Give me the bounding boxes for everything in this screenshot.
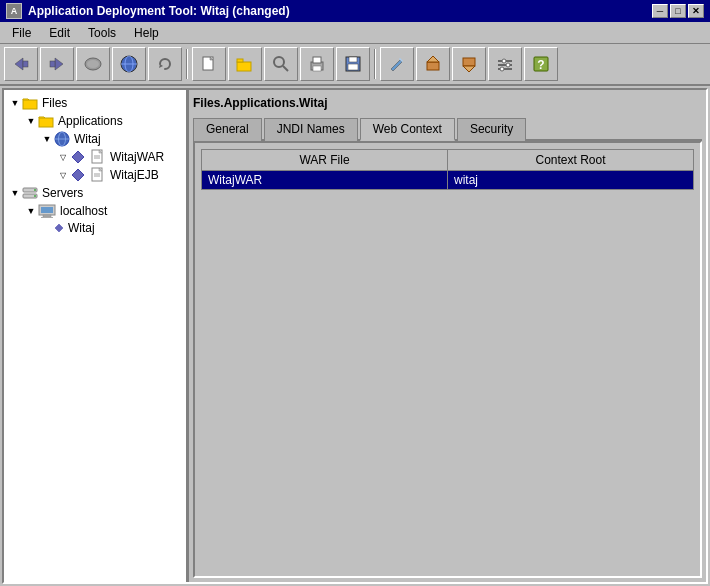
svg-rect-3 — [50, 61, 55, 67]
tree-item-servers[interactable]: ▼ Servers — [6, 184, 184, 202]
svg-text:?: ? — [537, 58, 544, 72]
context-root-cell[interactable]: witaj — [448, 171, 694, 190]
maximize-button[interactable]: □ — [670, 4, 686, 18]
svg-rect-55 — [43, 215, 51, 217]
svg-rect-12 — [237, 62, 251, 71]
close-button[interactable]: ✕ — [688, 4, 704, 18]
open-icon — [235, 54, 255, 74]
applications-folder-icon — [38, 113, 54, 129]
tab-web-context-content: WAR File Context Root WitajWAR witaj — [193, 141, 702, 578]
col-context-root: Context Root — [448, 150, 694, 171]
edit-button[interactable] — [380, 47, 414, 81]
deploy-icon — [423, 54, 443, 74]
tab-web-context[interactable]: Web Context — [360, 118, 455, 141]
witajejb-toggle[interactable]: ▽ — [58, 171, 68, 180]
edit-icon — [387, 54, 407, 74]
files-toggle[interactable]: ▼ — [10, 98, 20, 108]
title-bar-controls: ─ □ ✕ — [652, 4, 704, 18]
new-icon — [199, 54, 219, 74]
web-context-table: WAR File Context Root WitajWAR witaj — [201, 149, 694, 190]
svg-point-5 — [87, 60, 99, 68]
svg-point-52 — [34, 189, 36, 191]
print-icon — [307, 54, 327, 74]
witaj-label: Witaj — [74, 132, 101, 146]
title-bar-left: A Application Deployment Tool: Witaj (ch… — [6, 3, 290, 19]
tab-jndi-names[interactable]: JNDI Names — [264, 118, 358, 141]
forward-button[interactable] — [40, 47, 74, 81]
svg-point-32 — [500, 67, 504, 71]
tree-item-files[interactable]: ▼ Files — [6, 94, 184, 112]
tree-item-witajejb[interactable]: ▽ WitajEJB — [6, 166, 184, 184]
menu-tools[interactable]: Tools — [80, 24, 124, 42]
content-pane: Files.Applications.Witaj General JNDI Na… — [189, 90, 706, 582]
globe-button[interactable] — [112, 47, 146, 81]
save-button[interactable] — [336, 47, 370, 81]
svg-rect-35 — [23, 100, 37, 109]
svg-marker-40 — [72, 151, 84, 163]
minimize-button[interactable]: ─ — [652, 4, 668, 18]
toolbar: ? — [0, 44, 710, 86]
menu-help[interactable]: Help — [126, 24, 167, 42]
new-button[interactable] — [192, 47, 226, 81]
deploy-button[interactable] — [416, 47, 450, 81]
globe-icon — [119, 54, 139, 74]
applications-toggle[interactable]: ▼ — [26, 116, 36, 126]
tree-pane: ▼ Files ▼ Applications ▼ Witaj — [4, 90, 189, 582]
main-layout: ▼ Files ▼ Applications ▼ Witaj — [2, 88, 708, 584]
undeploy-icon — [459, 54, 479, 74]
tabs-container: General JNDI Names Web Context Security — [193, 116, 702, 141]
undeploy-button[interactable] — [452, 47, 486, 81]
servers-label: Servers — [42, 186, 83, 200]
witajejb-diamond-icon — [70, 167, 86, 183]
applications-label: Applications — [58, 114, 123, 128]
tree-item-localhost[interactable]: ▼ localhost — [6, 202, 184, 220]
svg-rect-1 — [23, 61, 28, 67]
app-icon: A — [6, 3, 22, 19]
help-icon: ? — [531, 54, 551, 74]
menu-edit[interactable]: Edit — [41, 24, 78, 42]
tree-item-witajwar[interactable]: ▽ WitajWAR — [6, 148, 184, 166]
witajwar-toggle[interactable]: ▽ — [58, 153, 68, 162]
witaj-toggle[interactable]: ▼ — [42, 134, 52, 144]
svg-marker-0 — [15, 58, 23, 70]
svg-marker-2 — [55, 58, 63, 70]
servers-toggle[interactable]: ▼ — [10, 188, 20, 198]
find-button[interactable] — [264, 47, 298, 81]
localhost-label: localhost — [60, 204, 107, 218]
svg-rect-18 — [313, 66, 321, 71]
back-button[interactable] — [4, 47, 38, 81]
print-button[interactable] — [300, 47, 334, 81]
witajejb-doc-icon — [90, 167, 106, 183]
properties-button[interactable] — [488, 47, 522, 81]
menu-file[interactable]: File — [4, 24, 39, 42]
files-folder-icon — [22, 95, 38, 111]
tab-security[interactable]: Security — [457, 118, 526, 141]
find-icon — [271, 54, 291, 74]
breadcrumb: Files.Applications.Witaj — [193, 94, 702, 112]
stop-button[interactable] — [76, 47, 110, 81]
svg-point-14 — [274, 57, 284, 67]
toolbar-sep-1 — [186, 49, 188, 79]
open-button[interactable] — [228, 47, 262, 81]
war-file-cell: WitajWAR — [202, 171, 448, 190]
svg-marker-45 — [72, 169, 84, 181]
localhost-pc-icon — [38, 203, 56, 219]
title-bar: A Application Deployment Tool: Witaj (ch… — [0, 0, 710, 22]
refresh-icon — [155, 54, 175, 74]
tree-item-witaj-server[interactable]: Witaj — [6, 220, 184, 236]
svg-rect-36 — [39, 118, 53, 127]
svg-point-31 — [506, 63, 510, 67]
localhost-toggle[interactable]: ▼ — [26, 206, 36, 216]
tab-general[interactable]: General — [193, 118, 262, 141]
svg-rect-21 — [348, 64, 358, 70]
tree-item-witaj[interactable]: ▼ Witaj — [6, 130, 184, 148]
properties-icon — [495, 54, 515, 74]
tree-item-applications[interactable]: ▼ Applications — [6, 112, 184, 130]
stop-icon — [83, 54, 103, 74]
refresh-button[interactable] — [148, 47, 182, 81]
svg-rect-20 — [349, 57, 357, 62]
table-row[interactable]: WitajWAR witaj — [202, 171, 694, 190]
svg-rect-57 — [41, 207, 53, 213]
svg-marker-26 — [463, 66, 475, 72]
help-button[interactable]: ? — [524, 47, 558, 81]
